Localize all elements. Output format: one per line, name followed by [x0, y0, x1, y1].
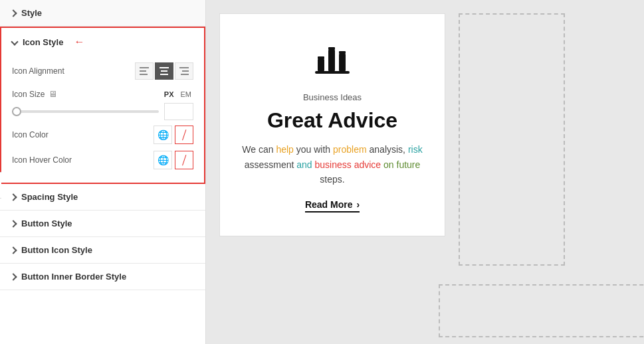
icon-hover-color-controls: 🌐 ⧸ — [154, 151, 193, 169]
content-card: Business Ideas Great Advice We can help … — [219, 13, 445, 236]
icon-size-row: Icon Size 🖥 PX EM — [12, 89, 193, 120]
button-style-chevron-icon — [9, 220, 17, 227]
icon-alignment-buttons — [135, 62, 193, 80]
button-style-label: Button Style — [21, 218, 72, 228]
svg-rect-0 — [140, 67, 149, 68]
em-button[interactable]: EM — [179, 90, 194, 99]
read-more-text: Read More — [305, 199, 353, 210]
icon-style-chevron-icon — [11, 38, 18, 45]
svg-rect-4 — [161, 70, 167, 72]
icon-color-controls: 🌐 ⧸ — [154, 126, 193, 144]
align-left-button[interactable] — [135, 62, 154, 80]
card-description: We can help you with problem analysis, r… — [240, 142, 425, 187]
icon-style-header[interactable]: Icon Style ← — [1, 28, 204, 56]
svg-rect-7 — [182, 70, 189, 72]
collapse-tab[interactable]: ‹ — [0, 172, 1, 199]
button-inner-border-style-header[interactable]: Button Inner Border Style — [0, 264, 205, 290]
svg-rect-11 — [328, 50, 335, 71]
icon-size-label-row: Icon Size 🖥 PX EM — [12, 89, 193, 99]
icon-style-label: Icon Style — [23, 37, 63, 47]
style-chevron-icon — [9, 9, 17, 17]
spacing-style-label: Spacing Style — [21, 192, 78, 202]
slider-input-row — [12, 103, 193, 120]
px-button[interactable]: PX — [162, 90, 176, 99]
px-em-toggle: PX EM — [162, 90, 193, 99]
icon-size-slider[interactable] — [12, 110, 159, 113]
svg-rect-13 — [318, 56, 324, 59]
read-more-link[interactable]: Read More › — [305, 199, 360, 213]
icon-size-label: Icon Size 🖥 — [12, 89, 57, 99]
icon-style-section: Icon Style ← Icon Alignment — [0, 27, 205, 184]
svg-rect-14 — [328, 47, 335, 50]
icon-style-content: Icon Alignment — [1, 56, 204, 183]
svg-rect-12 — [339, 54, 346, 71]
svg-rect-10 — [318, 59, 324, 71]
card-wrapper: Business Ideas Great Advice We can help … — [219, 13, 565, 266]
right-panel: Business Ideas Great Advice We can help … — [206, 0, 644, 344]
svg-rect-9 — [315, 71, 350, 74]
button-icon-style-label: Button Icon Style — [21, 245, 92, 255]
spacing-style-header[interactable]: Spacing Style — [0, 184, 205, 211]
svg-rect-5 — [160, 74, 168, 75]
card-chart-icon — [314, 41, 351, 80]
left-panel: Style Icon Style ← Icon Alignment — [0, 0, 206, 344]
icon-color-slash-button[interactable]: ⧸ — [175, 126, 193, 144]
svg-rect-3 — [160, 67, 169, 68]
button-inner-border-label: Button Inner Border Style — [21, 272, 126, 282]
align-center-button[interactable] — [155, 62, 173, 80]
icon-size-input[interactable] — [164, 103, 193, 120]
svg-rect-8 — [181, 74, 189, 75]
icon-alignment-label: Icon Alignment — [12, 66, 64, 76]
button-icon-style-chevron-icon — [9, 246, 17, 254]
icon-size-text: Icon Size — [12, 90, 45, 99]
svg-rect-15 — [339, 51, 346, 54]
button-style-header[interactable]: Button Style — [0, 211, 205, 237]
icon-color-row: Icon Color 🌐 ⧸ — [12, 126, 193, 144]
arrow-indicator-icon: ← — [74, 36, 84, 48]
icon-color-label: Icon Color — [12, 130, 49, 139]
align-right-button[interactable] — [175, 62, 193, 80]
placeholder-card-right — [459, 13, 565, 266]
icon-alignment-row: Icon Alignment — [12, 62, 193, 80]
svg-rect-6 — [179, 67, 189, 68]
icon-color-globe-button[interactable]: 🌐 — [154, 126, 172, 144]
button-icon-style-header[interactable]: Button Icon Style — [0, 237, 205, 264]
icon-hover-color-slash-button[interactable]: ⧸ — [175, 151, 193, 169]
svg-rect-1 — [140, 70, 146, 72]
read-more-chevron-icon: › — [356, 199, 360, 210]
placeholder-card-bottom — [439, 284, 644, 337]
style-section-header[interactable]: Style — [0, 0, 205, 27]
icon-hover-color-row: Icon Hover Color 🌐 ⧸ — [12, 151, 193, 169]
style-section-label: Style — [21, 8, 42, 18]
spacing-chevron-icon — [9, 193, 17, 201]
icon-hover-color-label: Icon Hover Color — [12, 155, 72, 165]
card-subtitle: Business Ideas — [303, 92, 362, 102]
monitor-icon: 🖥 — [49, 89, 57, 99]
card-title: Great Advice — [267, 108, 397, 133]
svg-rect-2 — [140, 74, 148, 75]
icon-hover-color-globe-button[interactable]: 🌐 — [154, 151, 172, 169]
button-inner-border-chevron-icon — [9, 273, 17, 280]
